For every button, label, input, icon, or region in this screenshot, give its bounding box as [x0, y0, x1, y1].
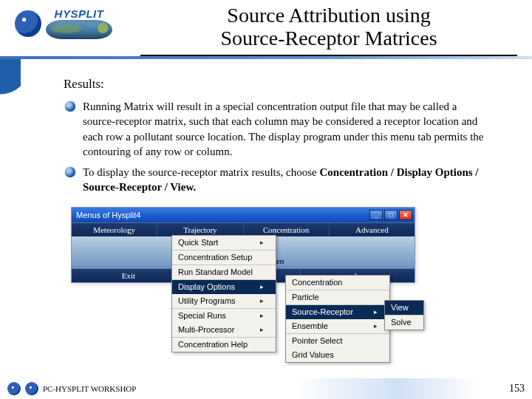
menu-item-label: Special Runs — [178, 311, 226, 320]
logo-block: HYSPLIT — [15, 3, 140, 39]
menu-item-label: View — [391, 303, 409, 312]
submenu-display-options: ConcentrationParticleSource-Receptor▸Ens… — [285, 275, 390, 363]
menu-item-label: Pointer Select — [292, 336, 342, 345]
titlebar: Menus of Hysplit4 _ □ ✕ — [72, 208, 415, 222]
submenu-arrow-icon: ▸ — [260, 326, 264, 333]
menu-item-label: Display Options — [178, 282, 235, 291]
header-blue-rule — [0, 56, 532, 59]
submenu-arrow-icon: ▸ — [260, 297, 264, 304]
bullet-icon — [65, 167, 75, 177]
display-menu-pointer-select[interactable]: Pointer Select — [286, 333, 389, 348]
menu-item-label: Multi-Processor — [178, 325, 234, 334]
conc-menu-concentration-setup[interactable]: Concentration Setup — [172, 250, 276, 265]
title-line-2: Source-Receptor Matrices — [220, 27, 437, 50]
menu-item-label: Run Standard Model — [178, 267, 253, 276]
submenu-arrow-icon: ▸ — [374, 308, 378, 316]
footer-text: PC-HYSPLIT WORKSHOP — [43, 384, 136, 393]
globe-icon — [46, 20, 112, 39]
menu-item-label: Solve — [391, 318, 412, 327]
page-title: Source Attribution using Source-Receptor… — [140, 4, 517, 50]
dropdown-concentration: Quick Start▸Concentration SetupRun Stand… — [171, 235, 276, 352]
list-item: To display the source-receptor matrix re… — [65, 165, 488, 195]
conc-menu-utility-programs[interactable]: Utility Programs▸ — [172, 294, 276, 308]
submenu-arrow-icon: ▸ — [260, 239, 264, 246]
menu-item-label: Concentration Help — [178, 340, 248, 349]
bullet-text: To display the source-receptor matrix re… — [83, 165, 488, 195]
bullet-list: Running Matrix will result in a special … — [65, 99, 488, 195]
bullet-text-prefix: To display the source-receptor matrix re… — [83, 166, 320, 178]
bullet-text: Running Matrix will result in a special … — [83, 99, 488, 159]
screenshot-wrapper: Menus of Hysplit4 _ □ ✕ Meteorology Traj… — [68, 207, 412, 283]
menu-meteorology[interactable]: Meteorology — [72, 223, 157, 236]
hysplit-label: HYSPLIT — [55, 7, 104, 20]
exit-button[interactable]: Exit — [72, 269, 186, 282]
display-menu-source-receptor[interactable]: Source-Receptor▸ — [286, 304, 389, 319]
submenu-arrow-icon: ▸ — [260, 312, 264, 319]
conc-menu-run-standard-model[interactable]: Run Standard Model — [172, 265, 276, 279]
submenu-arrow-icon: ▸ — [260, 283, 264, 290]
conc-menu-quick-start[interactable]: Quick Start▸ — [172, 236, 276, 250]
window-controls: _ □ ✕ — [369, 210, 415, 220]
title-block: Source Attribution using Source-Receptor… — [140, 3, 517, 56]
close-button[interactable]: ✕ — [399, 210, 412, 220]
submenu-source-receptor: ViewSolve — [384, 300, 424, 330]
results-heading: Results: — [64, 77, 488, 92]
menu-item-label: Ensemble — [292, 321, 328, 330]
hysplit-logo: HYSPLIT — [46, 7, 112, 39]
conc-menu-display-options[interactable]: Display Options▸ — [172, 279, 276, 294]
bullet-icon — [65, 101, 75, 112]
list-item: Running Matrix will result in a special … — [65, 99, 488, 159]
window-title: Menus of Hysplit4 — [76, 211, 140, 219]
content-area: Results: Running Matrix will result in a… — [0, 59, 532, 283]
footer-logo-2-icon — [25, 382, 38, 395]
submenu-arrow-icon: ▸ — [374, 322, 378, 330]
conc-menu-concentration-help[interactable]: Concentration Help — [172, 337, 276, 352]
menu-item-label: Concentration — [292, 278, 343, 287]
sr-menu-solve[interactable]: Solve — [385, 315, 423, 330]
menu-item-label: Grid Values — [292, 350, 334, 359]
menu-item-label: Concentration Setup — [178, 253, 252, 262]
display-menu-grid-values[interactable]: Grid Values — [286, 348, 389, 362]
noaa-logo-icon — [15, 10, 41, 37]
display-menu-ensemble[interactable]: Ensemble▸ — [286, 319, 389, 333]
conc-menu-special-runs[interactable]: Special Runs▸ — [172, 308, 276, 323]
menu-item-label: Utility Programs — [178, 296, 236, 305]
footer-left: PC-HYSPLIT WORKSHOP — [7, 382, 136, 395]
sr-menu-view[interactable]: View — [385, 301, 423, 315]
conc-menu-multi-processor[interactable]: Multi-Processor▸ — [172, 323, 276, 337]
footer-logo-1-icon — [7, 382, 21, 395]
slide-header: HYSPLIT Source Attribution using Source-… — [0, 0, 532, 59]
menu-item-label: Quick Start — [178, 238, 218, 247]
display-menu-particle[interactable]: Particle — [286, 290, 389, 304]
minimize-button[interactable]: _ — [369, 210, 383, 220]
title-line-1: Source Attribution using — [227, 4, 430, 27]
maximize-button[interactable]: □ — [384, 210, 398, 220]
slide-footer: PC-HYSPLIT WORKSHOP 153 — [0, 378, 532, 399]
menu-advanced[interactable]: Advanced — [330, 223, 415, 236]
menu-item-label: Source-Receptor — [292, 307, 353, 316]
menu-item-label: Particle — [292, 293, 319, 301]
page-number: 153 — [509, 383, 525, 395]
display-menu-concentration[interactable]: Concentration — [286, 276, 389, 290]
